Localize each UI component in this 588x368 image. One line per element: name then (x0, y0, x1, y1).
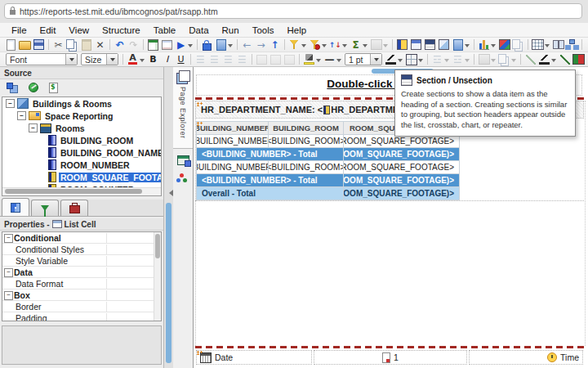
help-icon[interactable]: ? (585, 38, 588, 52)
overall-total-label-cell[interactable]: Overall - Total (197, 187, 344, 200)
footer-date-cell[interactable]: Date (196, 350, 312, 365)
font-size-select[interactable]: Size (81, 53, 118, 65)
font-family-select[interactable]: Font (6, 53, 78, 65)
group-total-label-cell[interactable]: <BUILDING_NUMBER> - Total (197, 174, 344, 187)
report-spec-icon[interactable] (160, 38, 174, 52)
page-layers-caret[interactable] (228, 44, 233, 50)
menu-view[interactable]: View (62, 25, 96, 35)
save-icon[interactable] (32, 38, 46, 52)
valign-bottom-icon[interactable] (283, 53, 296, 66)
column-header[interactable]: BUILDING_NUMBER (197, 122, 269, 135)
section-unsection-icon[interactable] (423, 38, 437, 52)
cut-icon[interactable]: ✂ (51, 38, 65, 52)
suppress-caret[interactable] (322, 44, 327, 50)
collapse-icon[interactable]: − (6, 99, 15, 108)
valign-top-icon[interactable] (255, 53, 269, 66)
clear-style-icon[interactable] (523, 53, 537, 66)
left-pane-scrollbar-thumb[interactable] (166, 203, 172, 363)
split-cells-icon[interactable] (551, 38, 565, 52)
underline-button[interactable]: U (174, 53, 188, 66)
property-row[interactable]: Conditional Styles (2, 244, 161, 255)
insert-page-icon[interactable] (451, 38, 465, 52)
tree-node-measure-selected[interactable]: ROOM_SQUARE_FOOTAGE (2, 171, 161, 183)
align-center-icon[interactable]: ☰ (207, 53, 221, 66)
go-up-icon[interactable]: ↑ (268, 38, 282, 52)
collapse-icon[interactable]: − (29, 123, 38, 132)
sort-caret[interactable] (342, 44, 347, 50)
line-style-icon[interactable]: — (323, 53, 336, 66)
group-total-label-cell[interactable]: <BUILDING_NUMBER> - Total (197, 148, 344, 161)
scrollbar-thumb[interactable] (5, 189, 142, 194)
list-drag-handle[interactable] (197, 122, 203, 126)
edit-package-icon[interactable] (26, 81, 40, 94)
group-total-value-cell[interactable]: <Total(ROOM_SQUARE_FOOTAGE)> (344, 148, 460, 161)
section-drag-handle[interactable] (197, 102, 203, 106)
tree-node-query-subject[interactable]: −Rooms (2, 122, 161, 134)
style-caret[interactable] (491, 59, 496, 65)
back-icon[interactable]: ← (240, 38, 254, 52)
source-tab[interactable] (2, 198, 29, 216)
filter-icon[interactable] (287, 38, 301, 52)
menu-edit[interactable]: Edit (33, 25, 63, 35)
property-row[interactable]: Style Variable (2, 255, 161, 267)
map-icon[interactable] (497, 38, 511, 52)
tree-node-query-item[interactable]: BUILDING_ROOM (2, 134, 161, 146)
copy-format-icon[interactable] (511, 38, 525, 52)
open-report-icon[interactable] (18, 38, 32, 52)
structure-icon[interactable] (565, 38, 579, 52)
valign-middle-icon[interactable] (269, 53, 283, 66)
property-group-row[interactable]: −Data (2, 267, 161, 278)
property-group-row[interactable]: −Conditional (2, 232, 161, 244)
fill-color-caret[interactable] (316, 59, 321, 65)
url-bar[interactable]: https://reports-test.mit.edu/ibmcognos/p… (4, 3, 582, 19)
footer-drag-handle[interactable] (197, 351, 203, 355)
collapse-pane-arrow-icon[interactable] (166, 190, 173, 196)
page-explorer-tab[interactable]: Page Explorer (173, 67, 193, 149)
italic-button[interactable]: I (160, 53, 174, 66)
border-width-dropdown-button[interactable] (370, 54, 381, 65)
column-header[interactable]: BUILDING_ROOM (269, 122, 344, 135)
lock-page-objects-icon[interactable] (200, 38, 214, 52)
tree-node-query-item[interactable]: BUILDING_ROOM_NAME (2, 146, 161, 159)
group-total-value-cell[interactable]: <Total(ROOM_SQUARE_FOOTAGE)> (344, 174, 460, 187)
scrollbar-thumb[interactable] (155, 234, 160, 258)
border-color-caret[interactable] (398, 59, 403, 65)
menu-run[interactable]: Run (216, 25, 246, 35)
copy-style-caret[interactable] (511, 59, 516, 65)
suppress-icon[interactable] (308, 38, 322, 52)
undo-icon[interactable]: ↶ (113, 38, 127, 52)
forward-icon[interactable]: → (254, 38, 268, 52)
property-row[interactable]: Border (2, 301, 161, 312)
indent-caret[interactable] (444, 59, 449, 65)
font-family-dropdown-button[interactable] (65, 54, 77, 65)
validate-report-icon[interactable] (146, 38, 160, 52)
property-group-row[interactable]: −Box (2, 289, 161, 301)
footer-page-number-cell[interactable]: 1 (314, 350, 467, 365)
collapse-icon[interactable]: − (4, 268, 13, 277)
filter-caret[interactable] (301, 44, 306, 50)
list-cell[interactable]: <BUILDING_ROOM> (269, 161, 344, 174)
redo-icon[interactable]: ↷ (127, 38, 140, 52)
toolbox-tab[interactable] (60, 200, 88, 216)
border-width-select[interactable]: 1 pt (345, 53, 382, 65)
collapse-icon[interactable]: − (4, 291, 13, 300)
delete-icon[interactable]: ✕ (93, 38, 107, 52)
menu-structure[interactable]: Structure (96, 25, 147, 35)
fill-color-icon[interactable] (302, 53, 316, 66)
eyedropper-icon[interactable] (537, 53, 551, 66)
list-cell[interactable]: <BUILDING_NUMBER> (197, 161, 269, 174)
data-items-tab[interactable] (31, 200, 59, 216)
crosstab-caret[interactable] (383, 44, 388, 50)
tree-node-package[interactable]: −Buildings & Rooms (2, 97, 161, 110)
conditional-styles-icon[interactable] (572, 53, 586, 66)
copy-style-icon[interactable] (497, 53, 511, 66)
menu-table[interactable]: Table (147, 25, 183, 35)
aggregate-caret[interactable] (363, 44, 368, 50)
list-cell[interactable]: <BUILDING_NUMBER> (197, 135, 269, 148)
property-row[interactable]: Data Format (2, 278, 161, 289)
headers-icon[interactable] (395, 38, 409, 52)
footer-time-cell[interactable]: Time (469, 350, 583, 365)
refresh-package-icon[interactable] (47, 81, 60, 94)
list-cell[interactable]: <BUILDING_ROOM> (269, 135, 344, 148)
list-style-icon[interactable]: ☲ (451, 53, 465, 66)
